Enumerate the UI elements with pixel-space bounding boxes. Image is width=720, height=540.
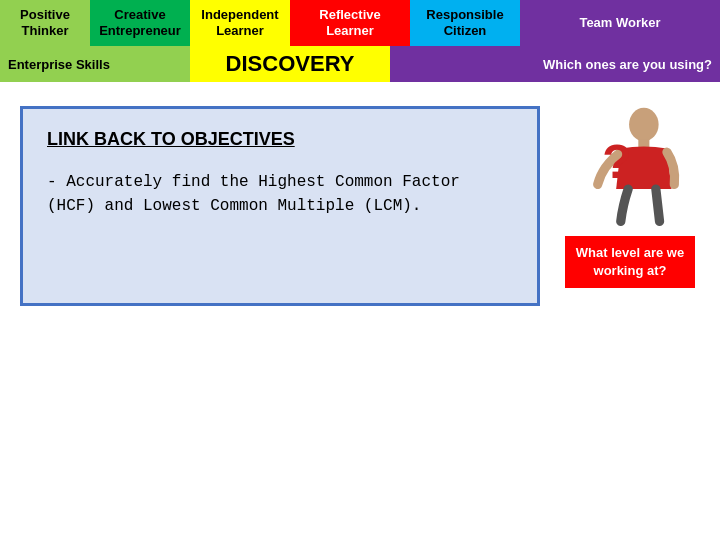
right-panel: ? What level are we working at? (560, 106, 700, 306)
discovery-label: DISCOVERY (190, 46, 390, 82)
second-row: Enterprise Skills DISCOVERY Which ones a… (0, 46, 720, 82)
main-content: LINK BACK TO OBJECTIVES - Accurately fin… (0, 82, 720, 326)
nav-item-positive-thinker[interactable]: Positive Thinker (0, 0, 90, 46)
nav-item-team-worker[interactable]: Team Worker (520, 0, 720, 46)
nav-item-reflective-learner[interactable]: Reflective Learner (290, 0, 410, 46)
link-back-title: LINK BACK TO OBJECTIVES (47, 129, 513, 150)
nav-item-creative-entrepreneur[interactable]: Creative Entrepreneur (90, 0, 190, 46)
nav-item-independent-learner[interactable]: Independent Learner (190, 0, 290, 46)
svg-text:?: ? (602, 135, 631, 188)
enterprise-skills-label: Enterprise Skills (0, 46, 190, 82)
what-level-box: What level are we working at? (565, 236, 695, 288)
nav-bar: Positive Thinker Creative Entrepreneur I… (0, 0, 720, 46)
content-box: LINK BACK TO OBJECTIVES - Accurately fin… (20, 106, 540, 306)
objectives-description: - Accurately find the Highest Common Fac… (47, 170, 513, 218)
nav-item-responsible-citizen[interactable]: Responsible Citizen (410, 0, 520, 46)
which-ones-label: Which ones are you using? (390, 46, 720, 82)
question-figure: ? (565, 106, 695, 226)
svg-point-0 (629, 108, 659, 141)
figure-svg: ? (570, 106, 690, 226)
